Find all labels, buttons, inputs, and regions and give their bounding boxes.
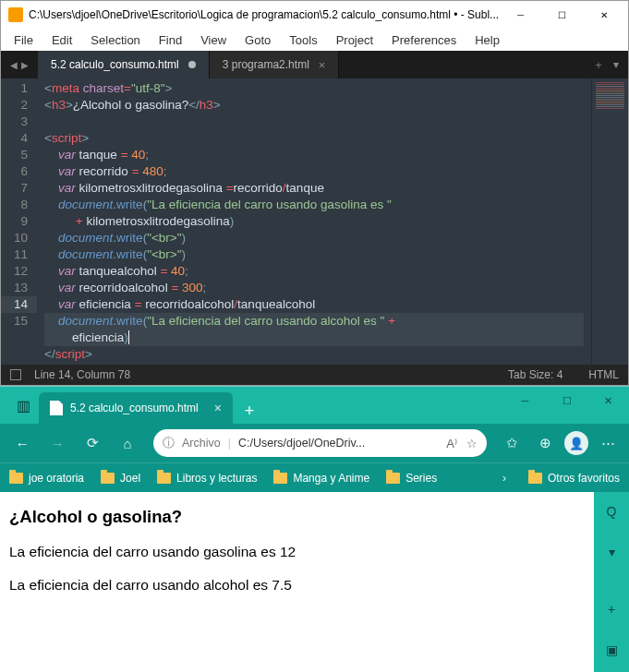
address-bar[interactable]: ⓘ Archivo | C:/Users/djoel/OneDriv... A⁾… bbox=[153, 429, 487, 457]
tab-actions-icon[interactable]: ▥ bbox=[7, 397, 39, 414]
tab-close-icon[interactable]: × bbox=[214, 401, 222, 415]
edge-titlebar: ▥ 5.2 calculo_consumo.html × + ─ ☐ ✕ bbox=[0, 387, 629, 424]
back-button[interactable]: ← bbox=[7, 428, 37, 458]
menu-dots-icon[interactable]: ⋯ bbox=[594, 429, 622, 457]
page-icon bbox=[50, 401, 63, 415]
favorites-icon[interactable]: ✩ bbox=[498, 429, 526, 457]
sidebar-dropdown-icon[interactable]: ▾ bbox=[599, 540, 623, 564]
bookmark-folder[interactable]: joe oratoria bbox=[9, 472, 84, 485]
bookmarks-overflow-icon[interactable]: › bbox=[502, 472, 506, 485]
search-sidebar-icon[interactable]: Q bbox=[599, 499, 623, 523]
output-line: La eficiencia del carro usando gasolina … bbox=[9, 544, 585, 560]
minimize-button[interactable]: ─ bbox=[504, 387, 546, 414]
bookmark-folder[interactable]: Series bbox=[386, 472, 437, 485]
tab-label: 3 programa2.html bbox=[223, 58, 309, 71]
tab-inactive[interactable]: 3 programa2.html × bbox=[210, 51, 340, 78]
folder-icon bbox=[101, 473, 115, 484]
menu-file[interactable]: File bbox=[5, 30, 42, 50]
menu-view[interactable]: View bbox=[191, 30, 236, 50]
maximize-button[interactable]: ☐ bbox=[541, 2, 583, 28]
bookmarks-bar: joe oratoria Joel Libros y lecturas Mang… bbox=[0, 462, 629, 492]
close-button[interactable]: ✕ bbox=[587, 387, 629, 414]
folder-icon bbox=[9, 473, 23, 484]
menu-goto[interactable]: Goto bbox=[236, 30, 280, 50]
syntax-mode[interactable]: HTML bbox=[588, 368, 619, 381]
home-button[interactable]: ⌂ bbox=[113, 428, 142, 458]
page-content: ¿Alcohol o gasolina? La eficiencia del c… bbox=[0, 492, 594, 672]
menu-find[interactable]: Find bbox=[150, 30, 191, 50]
panel-toggle-icon[interactable] bbox=[10, 369, 21, 380]
tab-title: 5.2 calculo_consumo.html bbox=[70, 402, 199, 414]
collections-icon[interactable]: ⊕ bbox=[531, 429, 559, 457]
menu-edit[interactable]: Edit bbox=[42, 30, 81, 50]
maximize-button[interactable]: ☐ bbox=[546, 387, 587, 414]
address-label: Archivo bbox=[182, 437, 221, 450]
code-content[interactable]: <meta charset="utf-8"><h3>¿Alcohol o gas… bbox=[37, 78, 591, 365]
bookmark-folder[interactable]: Manga y Anime bbox=[273, 472, 369, 485]
folder-icon bbox=[386, 473, 400, 484]
close-button[interactable]: ✕ bbox=[583, 2, 624, 28]
minimap[interactable] bbox=[591, 78, 628, 365]
menu-help[interactable]: Help bbox=[466, 30, 509, 50]
tab-close-icon[interactable]: × bbox=[319, 58, 326, 72]
favorite-star-icon[interactable]: ☆ bbox=[466, 437, 478, 450]
sidebar-panel-icon[interactable]: ▣ bbox=[599, 638, 623, 662]
line-gutter: 1 2 3 4 5 6 7 8 9 10 11 12 13 14 15 bbox=[1, 78, 37, 365]
tab-active[interactable]: 5.2 calculo_consumo.html bbox=[38, 51, 210, 78]
menu-project[interactable]: Project bbox=[327, 30, 382, 50]
sidebar-add-icon[interactable]: + bbox=[599, 597, 623, 621]
menu-selection[interactable]: Selection bbox=[81, 30, 149, 50]
new-tab-icon[interactable]: ＋ bbox=[593, 57, 604, 73]
refresh-button[interactable]: ⟳ bbox=[78, 428, 107, 458]
status-bar: Line 14, Column 78 Tab Size: 4 HTML bbox=[1, 365, 628, 385]
window-title: C:\Users\djoel\OneDrive\Escritorio\Logic… bbox=[29, 8, 500, 21]
code-editor[interactable]: 1 2 3 4 5 6 7 8 9 10 11 12 13 14 15 <met… bbox=[1, 78, 628, 365]
bookmark-folder[interactable]: Libros y lecturas bbox=[157, 472, 257, 485]
menu-tools[interactable]: Tools bbox=[280, 30, 326, 50]
folder-icon bbox=[273, 473, 287, 484]
edge-window: ▥ 5.2 calculo_consumo.html × + ─ ☐ ✕ ← →… bbox=[0, 386, 629, 672]
site-info-icon[interactable]: ⓘ bbox=[163, 436, 175, 451]
output-line: La eficiencia del carro usando alcohol e… bbox=[9, 577, 585, 594]
read-aloud-icon[interactable]: A⁾ bbox=[446, 437, 457, 450]
cursor-position: Line 14, Column 78 bbox=[34, 368, 130, 381]
address-path: C:/Users/djoel/OneDriv... bbox=[238, 437, 365, 450]
tab-label: 5.2 calculo_consumo.html bbox=[51, 58, 179, 71]
page-heading: ¿Alcohol o gasolina? bbox=[9, 507, 585, 527]
tab-size[interactable]: Tab Size: 4 bbox=[508, 368, 562, 381]
edge-sidebar: Q ▾ + ▣ ⚙ bbox=[594, 492, 629, 672]
new-tab-button[interactable]: + bbox=[236, 398, 262, 424]
folder-icon bbox=[528, 473, 542, 484]
bookmark-folder[interactable]: Joel bbox=[101, 472, 140, 485]
sublime-app-icon bbox=[8, 7, 23, 22]
folder-icon bbox=[157, 473, 171, 484]
sublime-window: C:\Users\djoel\OneDrive\Escritorio\Logic… bbox=[0, 0, 629, 386]
profile-avatar[interactable]: 👤 bbox=[564, 431, 588, 455]
tab-history-forward-icon[interactable]: ▶ bbox=[21, 60, 29, 70]
minimize-button[interactable]: ─ bbox=[500, 2, 541, 28]
dirty-indicator-icon bbox=[188, 61, 196, 68]
tab-bar: ◀ ▶ 5.2 calculo_consumo.html 3 programa2… bbox=[1, 51, 628, 78]
forward-button: → bbox=[42, 428, 72, 458]
browser-tab[interactable]: 5.2 calculo_consumo.html × bbox=[39, 392, 233, 424]
other-bookmarks[interactable]: Otros favoritos bbox=[528, 472, 620, 485]
tab-history-back-icon[interactable]: ◀ bbox=[10, 60, 18, 70]
menu-bar: File Edit Selection Find View Goto Tools… bbox=[1, 29, 628, 51]
menu-preferences[interactable]: Preferences bbox=[382, 30, 466, 50]
tab-dropdown-icon[interactable]: ▾ bbox=[613, 58, 619, 71]
browser-toolbar: ← → ⟳ ⌂ ⓘ Archivo | C:/Users/djoel/OneDr… bbox=[0, 424, 629, 462]
sublime-titlebar: C:\Users\djoel\OneDrive\Escritorio\Logic… bbox=[1, 1, 628, 29]
